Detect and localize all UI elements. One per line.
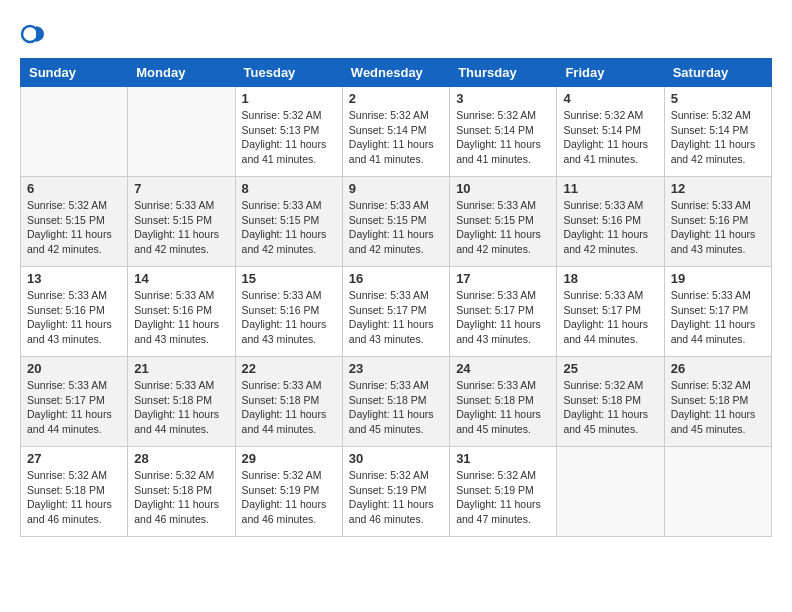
day-info: Sunrise: 5:32 AM Sunset: 5:14 PM Dayligh… (563, 108, 657, 167)
calendar-cell: 7Sunrise: 5:33 AM Sunset: 5:15 PM Daylig… (128, 177, 235, 267)
day-number: 10 (456, 181, 550, 196)
calendar-cell: 19Sunrise: 5:33 AM Sunset: 5:17 PM Dayli… (664, 267, 771, 357)
day-number: 28 (134, 451, 228, 466)
day-info: Sunrise: 5:33 AM Sunset: 5:16 PM Dayligh… (134, 288, 228, 347)
day-info: Sunrise: 5:33 AM Sunset: 5:17 PM Dayligh… (456, 288, 550, 347)
day-number: 3 (456, 91, 550, 106)
day-info: Sunrise: 5:33 AM Sunset: 5:15 PM Dayligh… (134, 198, 228, 257)
calendar-cell: 9Sunrise: 5:33 AM Sunset: 5:15 PM Daylig… (342, 177, 449, 267)
day-info: Sunrise: 5:32 AM Sunset: 5:14 PM Dayligh… (349, 108, 443, 167)
day-info: Sunrise: 5:33 AM Sunset: 5:18 PM Dayligh… (242, 378, 336, 437)
calendar-cell: 22Sunrise: 5:33 AM Sunset: 5:18 PM Dayli… (235, 357, 342, 447)
svg-point-0 (22, 26, 38, 42)
calendar-cell: 16Sunrise: 5:33 AM Sunset: 5:17 PM Dayli… (342, 267, 449, 357)
day-number: 13 (27, 271, 121, 286)
day-number: 2 (349, 91, 443, 106)
calendar-cell (128, 87, 235, 177)
day-number: 29 (242, 451, 336, 466)
calendar-cell: 4Sunrise: 5:32 AM Sunset: 5:14 PM Daylig… (557, 87, 664, 177)
day-number: 8 (242, 181, 336, 196)
day-number: 21 (134, 361, 228, 376)
day-info: Sunrise: 5:33 AM Sunset: 5:15 PM Dayligh… (456, 198, 550, 257)
calendar-cell: 29Sunrise: 5:32 AM Sunset: 5:19 PM Dayli… (235, 447, 342, 537)
day-info: Sunrise: 5:33 AM Sunset: 5:17 PM Dayligh… (349, 288, 443, 347)
day-info: Sunrise: 5:33 AM Sunset: 5:16 PM Dayligh… (27, 288, 121, 347)
day-number: 11 (563, 181, 657, 196)
day-number: 6 (27, 181, 121, 196)
logo-icon (20, 20, 48, 48)
page-header (20, 20, 772, 48)
day-header-monday: Monday (128, 59, 235, 87)
calendar-cell: 25Sunrise: 5:32 AM Sunset: 5:18 PM Dayli… (557, 357, 664, 447)
day-number: 14 (134, 271, 228, 286)
logo (20, 20, 52, 48)
day-info: Sunrise: 5:32 AM Sunset: 5:14 PM Dayligh… (456, 108, 550, 167)
day-header-thursday: Thursday (450, 59, 557, 87)
day-info: Sunrise: 5:32 AM Sunset: 5:19 PM Dayligh… (242, 468, 336, 527)
day-number: 17 (456, 271, 550, 286)
calendar-cell: 18Sunrise: 5:33 AM Sunset: 5:17 PM Dayli… (557, 267, 664, 357)
calendar-cell: 14Sunrise: 5:33 AM Sunset: 5:16 PM Dayli… (128, 267, 235, 357)
calendar-cell: 5Sunrise: 5:32 AM Sunset: 5:14 PM Daylig… (664, 87, 771, 177)
day-info: Sunrise: 5:32 AM Sunset: 5:18 PM Dayligh… (671, 378, 765, 437)
day-info: Sunrise: 5:33 AM Sunset: 5:15 PM Dayligh… (349, 198, 443, 257)
calendar-week-row: 13Sunrise: 5:33 AM Sunset: 5:16 PM Dayli… (21, 267, 772, 357)
calendar-cell: 17Sunrise: 5:33 AM Sunset: 5:17 PM Dayli… (450, 267, 557, 357)
day-info: Sunrise: 5:33 AM Sunset: 5:17 PM Dayligh… (27, 378, 121, 437)
day-header-saturday: Saturday (664, 59, 771, 87)
day-info: Sunrise: 5:33 AM Sunset: 5:16 PM Dayligh… (242, 288, 336, 347)
calendar-cell (21, 87, 128, 177)
calendar-cell: 24Sunrise: 5:33 AM Sunset: 5:18 PM Dayli… (450, 357, 557, 447)
day-info: Sunrise: 5:33 AM Sunset: 5:17 PM Dayligh… (563, 288, 657, 347)
day-info: Sunrise: 5:33 AM Sunset: 5:16 PM Dayligh… (671, 198, 765, 257)
day-info: Sunrise: 5:33 AM Sunset: 5:18 PM Dayligh… (349, 378, 443, 437)
day-number: 26 (671, 361, 765, 376)
day-info: Sunrise: 5:33 AM Sunset: 5:18 PM Dayligh… (456, 378, 550, 437)
calendar-cell: 3Sunrise: 5:32 AM Sunset: 5:14 PM Daylig… (450, 87, 557, 177)
day-number: 24 (456, 361, 550, 376)
calendar-week-row: 27Sunrise: 5:32 AM Sunset: 5:18 PM Dayli… (21, 447, 772, 537)
day-number: 4 (563, 91, 657, 106)
calendar-cell: 31Sunrise: 5:32 AM Sunset: 5:19 PM Dayli… (450, 447, 557, 537)
day-info: Sunrise: 5:33 AM Sunset: 5:16 PM Dayligh… (563, 198, 657, 257)
day-number: 19 (671, 271, 765, 286)
day-number: 7 (134, 181, 228, 196)
day-number: 15 (242, 271, 336, 286)
day-header-wednesday: Wednesday (342, 59, 449, 87)
calendar-week-row: 20Sunrise: 5:33 AM Sunset: 5:17 PM Dayli… (21, 357, 772, 447)
day-number: 25 (563, 361, 657, 376)
day-info: Sunrise: 5:32 AM Sunset: 5:18 PM Dayligh… (27, 468, 121, 527)
calendar-cell: 26Sunrise: 5:32 AM Sunset: 5:18 PM Dayli… (664, 357, 771, 447)
day-number: 1 (242, 91, 336, 106)
calendar: SundayMondayTuesdayWednesdayThursdayFrid… (20, 58, 772, 537)
day-number: 30 (349, 451, 443, 466)
day-info: Sunrise: 5:32 AM Sunset: 5:19 PM Dayligh… (456, 468, 550, 527)
calendar-cell: 12Sunrise: 5:33 AM Sunset: 5:16 PM Dayli… (664, 177, 771, 267)
calendar-cell: 28Sunrise: 5:32 AM Sunset: 5:18 PM Dayli… (128, 447, 235, 537)
calendar-cell: 30Sunrise: 5:32 AM Sunset: 5:19 PM Dayli… (342, 447, 449, 537)
calendar-cell: 6Sunrise: 5:32 AM Sunset: 5:15 PM Daylig… (21, 177, 128, 267)
day-info: Sunrise: 5:32 AM Sunset: 5:15 PM Dayligh… (27, 198, 121, 257)
day-info: Sunrise: 5:33 AM Sunset: 5:17 PM Dayligh… (671, 288, 765, 347)
calendar-week-row: 1Sunrise: 5:32 AM Sunset: 5:13 PM Daylig… (21, 87, 772, 177)
calendar-cell: 21Sunrise: 5:33 AM Sunset: 5:18 PM Dayli… (128, 357, 235, 447)
calendar-cell: 10Sunrise: 5:33 AM Sunset: 5:15 PM Dayli… (450, 177, 557, 267)
calendar-header-row: SundayMondayTuesdayWednesdayThursdayFrid… (21, 59, 772, 87)
day-number: 5 (671, 91, 765, 106)
calendar-cell (557, 447, 664, 537)
calendar-cell: 11Sunrise: 5:33 AM Sunset: 5:16 PM Dayli… (557, 177, 664, 267)
calendar-cell: 1Sunrise: 5:32 AM Sunset: 5:13 PM Daylig… (235, 87, 342, 177)
day-header-sunday: Sunday (21, 59, 128, 87)
day-info: Sunrise: 5:32 AM Sunset: 5:19 PM Dayligh… (349, 468, 443, 527)
day-info: Sunrise: 5:32 AM Sunset: 5:18 PM Dayligh… (563, 378, 657, 437)
calendar-cell (664, 447, 771, 537)
day-number: 27 (27, 451, 121, 466)
calendar-week-row: 6Sunrise: 5:32 AM Sunset: 5:15 PM Daylig… (21, 177, 772, 267)
day-number: 20 (27, 361, 121, 376)
calendar-cell: 13Sunrise: 5:33 AM Sunset: 5:16 PM Dayli… (21, 267, 128, 357)
day-info: Sunrise: 5:32 AM Sunset: 5:14 PM Dayligh… (671, 108, 765, 167)
day-info: Sunrise: 5:32 AM Sunset: 5:13 PM Dayligh… (242, 108, 336, 167)
calendar-cell: 15Sunrise: 5:33 AM Sunset: 5:16 PM Dayli… (235, 267, 342, 357)
day-number: 9 (349, 181, 443, 196)
day-number: 12 (671, 181, 765, 196)
